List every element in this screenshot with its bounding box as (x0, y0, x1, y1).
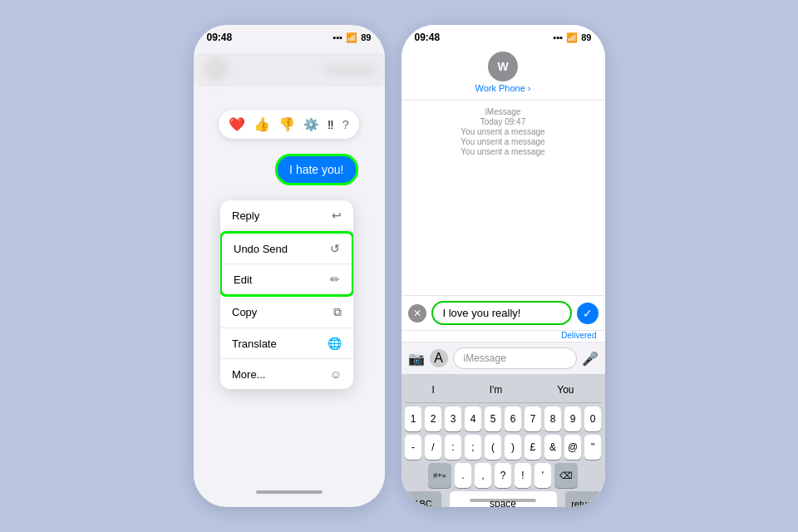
menu-translate[interactable]: Translate 🌐 (220, 328, 353, 359)
battery-right: 89 (581, 32, 591, 42)
time-right: 09:48 (415, 32, 441, 43)
key-7[interactable]: 7 (525, 406, 541, 431)
message-bubble: I hate you! (275, 154, 357, 185)
contact-name[interactable]: Work Phone › (475, 83, 530, 93)
menu-undo-send[interactable]: Undo Send ↺ (222, 234, 352, 264)
key-backspace[interactable]: ⌫ (554, 463, 578, 488)
unsent-1: You unsent a message (461, 127, 544, 136)
key-exclaim[interactable]: ! (515, 463, 531, 488)
unsent-2: You unsent a message (461, 137, 544, 146)
reaction-question[interactable]: ? (342, 117, 349, 131)
key-2[interactable]: 2 (425, 406, 441, 431)
sys-msg-imessage: iMessage (485, 107, 521, 116)
camera-icon[interactable]: 📷 (408, 351, 425, 367)
key-quote[interactable]: " (584, 435, 601, 460)
key-slash[interactable]: / (425, 435, 441, 460)
app-icon[interactable]: A (430, 349, 448, 367)
menu-reply[interactable]: Reply ↩ (220, 200, 353, 231)
key-period[interactable]: . (455, 463, 471, 488)
key-0[interactable]: 0 (584, 406, 601, 431)
key-4[interactable]: 4 (465, 406, 481, 431)
send-label: Delivered (401, 331, 605, 342)
home-indicator-right (470, 499, 536, 502)
battery-left: 89 (361, 32, 371, 42)
phone-right-body: iMessage Today 09:47 You unsent a messag… (401, 101, 605, 507)
signal-icon-r: ▪▪▪ (554, 32, 564, 42)
mic-icon[interactable]: 🎤 (582, 351, 598, 367)
key-at[interactable]: @ (564, 435, 581, 460)
reaction-settings[interactable]: ⚙️ (303, 117, 319, 132)
key-6[interactable]: 6 (505, 406, 521, 431)
right-phone: 09:48 ▪▪▪ 📶 89 W Work Phone › iMessage T… (401, 25, 605, 507)
wifi-icon: 📶 (346, 32, 357, 43)
edit-text-field[interactable] (431, 301, 572, 325)
key-amp[interactable]: & (544, 435, 561, 460)
key-1[interactable]: 1 (405, 406, 421, 431)
kbd-row-numbers: 1 2 3 4 5 6 7 8 9 0 (405, 406, 602, 431)
wifi-icon-r: 📶 (566, 32, 578, 43)
key-dash[interactable]: - (405, 435, 421, 460)
key-apos[interactable]: ' (534, 463, 551, 488)
close-button[interactable]: ✕ (408, 304, 426, 323)
key-comma[interactable]: , (475, 463, 491, 488)
key-special[interactable]: #+= (428, 463, 451, 488)
status-icons-right: ▪▪▪ 📶 89 (554, 32, 592, 43)
sys-msg-time: Today 09:47 (480, 117, 526, 126)
reaction-exclaim[interactable]: ‼ (328, 117, 334, 131)
suggestion-2[interactable]: I'm (483, 382, 510, 397)
menu-more[interactable]: More... ☺ (220, 359, 353, 389)
menu-edit[interactable]: Edit ✏ (222, 264, 352, 294)
status-icons-left: ▪▪▪ 📶 89 (333, 32, 372, 43)
suggestion-1[interactable]: I (425, 382, 441, 397)
unsent-3: You unsent a message (461, 147, 544, 156)
imessage-input[interactable]: iMessage (453, 347, 577, 369)
reaction-thumbsdown[interactable]: 👎 (278, 116, 295, 132)
key-abc[interactable]: ABC (405, 491, 441, 507)
key-lparen[interactable]: ( (485, 435, 501, 460)
nav-header: W Work Phone › (401, 47, 605, 101)
suggestion-3[interactable]: You (550, 382, 580, 397)
keyboard: I I'm You 1 2 3 4 5 6 7 8 9 0 - / : ; (401, 374, 605, 507)
kbd-suggestions: I I'm You (405, 379, 602, 403)
key-3[interactable]: 3 (445, 406, 461, 431)
send-button[interactable]: ✓ (577, 303, 598, 324)
messages-area: iMessage Today 09:47 You unsent a messag… (401, 101, 605, 295)
signal-icon: ▪▪▪ (333, 32, 343, 42)
key-9[interactable]: 9 (564, 406, 581, 431)
menu-copy[interactable]: Copy ⧉ (220, 297, 353, 328)
key-8[interactable]: 8 (544, 406, 561, 431)
key-question[interactable]: ? (495, 463, 511, 488)
kbd-row-misc: #+= . , ? ! ' ⌫ (405, 463, 602, 488)
key-rparen[interactable]: ) (505, 435, 521, 460)
key-return[interactable]: return (565, 491, 602, 507)
key-semicolon[interactable]: ; (465, 435, 481, 460)
status-bar-right: 09:48 ▪▪▪ 📶 89 (401, 25, 605, 47)
reaction-thumbsup[interactable]: 👍 (254, 116, 270, 132)
kbd-row-symbols: - / : ; ( ) £ & @ " (405, 435, 602, 460)
home-indicator (256, 490, 323, 494)
key-pound[interactable]: £ (525, 435, 541, 460)
reaction-heart[interactable]: ❤️ (229, 116, 245, 132)
edit-input-area[interactable]: ✕ ✓ (401, 296, 605, 331)
key-5[interactable]: 5 (485, 406, 501, 431)
status-bar-left: 09:48 ▪▪▪ 📶 89 (194, 25, 385, 47)
key-colon[interactable]: : (445, 435, 461, 460)
left-phone: 09:48 ▪▪▪ 📶 89 ❤️ 👍 👎 ⚙️ ‼ ? I hate you! (194, 25, 385, 507)
avatar: W (488, 52, 518, 81)
imessage-bar: 📷 A iMessage 🎤 (401, 342, 605, 374)
time-left: 09:48 (207, 32, 233, 43)
reaction-bar[interactable]: ❤️ 👍 👎 ⚙️ ‼ ? (219, 110, 359, 139)
